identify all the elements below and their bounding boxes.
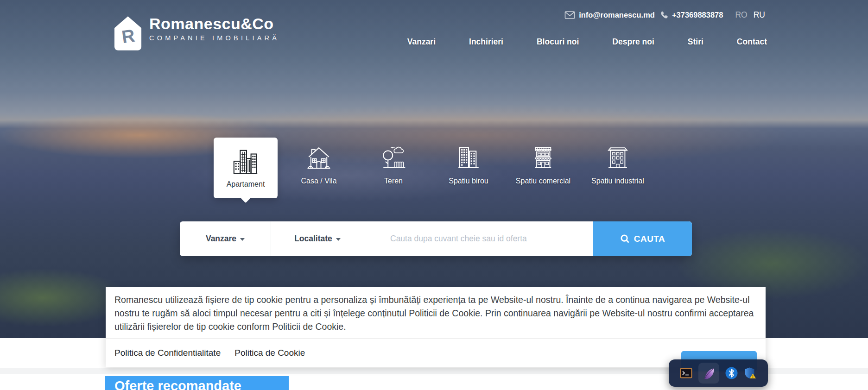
main-nav: Vanzari Inchirieri Blocuri noi Despre no… [407, 37, 767, 47]
logo-title: Romanescu&Co [149, 15, 279, 32]
logo-subtitle: COMPANIE IMOBILIARĂ [149, 34, 279, 42]
deal-type-value: Vanzare [206, 234, 236, 244]
logo-text: Romanescu&Co COMPANIE IMOBILIARĂ [149, 15, 279, 42]
tab-label: Spatiu industrial [591, 177, 644, 185]
tab-apartament-active[interactable]: Apartament [214, 138, 278, 198]
tab-spatiu-comercial[interactable]: Spatiu comercial [506, 144, 580, 185]
email-contact: info@romanescu.md [564, 11, 655, 19]
tab-label: Casa / Vila [301, 177, 336, 185]
cookie-links-row: Politica de Confidentialitate Politica d… [106, 338, 766, 367]
page: R Romanescu&Co COMPANIE IMOBILIARĂ info@… [0, 0, 868, 390]
bluetooth-icon[interactable] [725, 367, 738, 379]
nav-contact[interactable]: Contact [737, 37, 767, 47]
phone-icon [659, 11, 668, 19]
os-dock [669, 359, 768, 387]
property-search-bar: Vanzare Localitate CAUTA [180, 221, 692, 256]
nav-stiri[interactable]: Stiri [688, 37, 703, 47]
tab-casa-vila[interactable]: Casa / Vila [282, 144, 356, 185]
svg-text:R: R [120, 25, 136, 47]
email-link[interactable]: info@romanescu.md [579, 11, 655, 19]
language-switcher: RO RU [735, 10, 765, 20]
lang-ru[interactable]: RU [754, 10, 765, 20]
security-shield-warning-icon[interactable] [744, 367, 757, 380]
recommended-offers-heading: Oferte recomandate [114, 378, 289, 390]
recommended-offers-heading-box: Oferte recomandate [105, 376, 289, 390]
tab-label: Spatiu birou [449, 177, 488, 185]
envelope-icon [564, 11, 575, 19]
logo-house-icon: R [114, 15, 142, 51]
locality-dropdown[interactable]: Localitate [271, 221, 364, 256]
tab-label: Teren [384, 177, 403, 185]
office-buildings-icon [455, 144, 482, 171]
search-button-label: CAUTA [634, 234, 665, 244]
phone-contact: +37369883878 [659, 11, 723, 19]
cookie-consent-banner: Romanescu utilizează fișiere de tip cook… [106, 287, 766, 367]
tab-teren[interactable]: Teren [356, 144, 431, 185]
tab-label: Spatiu comercial [516, 177, 570, 185]
lang-ro[interactable]: RO [735, 10, 747, 20]
search-button[interactable]: CAUTA [593, 221, 692, 256]
privacy-policy-link[interactable]: Politica de Confidentialitate [114, 348, 221, 358]
industrial-building-icon [604, 144, 631, 171]
tab-spatiu-birou[interactable]: Spatiu birou [431, 144, 506, 185]
nav-despre-noi[interactable]: Despre noi [612, 37, 654, 47]
tab-label: Apartament [227, 180, 265, 189]
feather-app-tile[interactable] [698, 363, 719, 384]
phone-link[interactable]: +37369883878 [672, 11, 723, 19]
land-tree-icon [380, 144, 407, 171]
shop-icon [530, 144, 557, 171]
house-icon [305, 144, 332, 171]
nav-blocuri-noi[interactable]: Blocuri noi [537, 37, 579, 47]
terminal-icon[interactable] [680, 368, 692, 378]
nav-vanzari[interactable]: Vanzari [407, 37, 436, 47]
site-logo[interactable]: R Romanescu&Co COMPANIE IMOBILIARĂ [114, 15, 279, 51]
chevron-down-icon [240, 238, 245, 241]
search-icon [620, 234, 630, 244]
cookie-policy-link[interactable]: Politica de Cookie [234, 348, 305, 358]
feather-app-icon [703, 367, 716, 380]
locality-value: Localitate [294, 234, 332, 244]
header-contact-row: info@romanescu.md +37369883878 RO RU [564, 10, 765, 20]
cookie-message: Romanescu utilizează fișiere de tip cook… [106, 287, 766, 338]
tab-spatiu-industrial[interactable]: Spatiu industrial [581, 144, 655, 185]
search-keyword-input[interactable] [364, 221, 593, 256]
deal-type-dropdown[interactable]: Vanzare [180, 221, 271, 256]
apartment-buildings-icon [231, 147, 260, 176]
chevron-down-icon [336, 238, 341, 241]
nav-inchirieri[interactable]: Inchirieri [469, 37, 503, 47]
